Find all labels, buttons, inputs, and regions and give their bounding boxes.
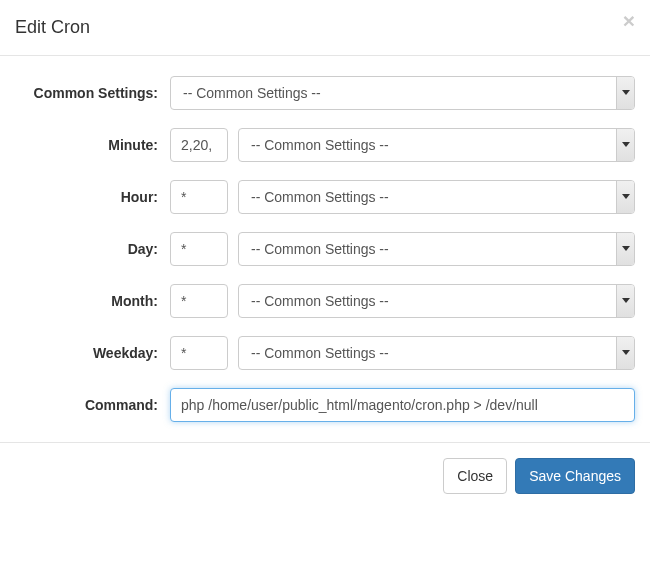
select-value: -- Common Settings -- — [251, 241, 616, 257]
label-month: Month: — [15, 293, 170, 309]
row-minute: Minute: -- Common Settings -- — [15, 128, 635, 162]
label-command: Command: — [15, 397, 170, 413]
row-weekday: Weekday: -- Common Settings -- — [15, 336, 635, 370]
row-day: Day: -- Common Settings -- — [15, 232, 635, 266]
modal-body: Common Settings: -- Common Settings -- M… — [0, 56, 650, 442]
row-common-settings: Common Settings: -- Common Settings -- — [15, 76, 635, 110]
svg-marker-1 — [622, 142, 630, 147]
chevron-down-icon — [616, 129, 634, 161]
select-value: -- Common Settings -- — [183, 85, 616, 101]
weekday-select[interactable]: -- Common Settings -- — [238, 336, 635, 370]
edit-cron-modal: Edit Cron × Common Settings: -- Common S… — [0, 0, 650, 509]
month-input[interactable] — [170, 284, 228, 318]
label-day: Day: — [15, 241, 170, 257]
svg-marker-5 — [622, 350, 630, 355]
svg-marker-4 — [622, 298, 630, 303]
chevron-down-icon — [616, 233, 634, 265]
select-value: -- Common Settings -- — [251, 137, 616, 153]
minute-input[interactable] — [170, 128, 228, 162]
close-button[interactable]: Close — [443, 458, 507, 494]
row-command: Command: — [15, 388, 635, 422]
label-minute: Minute: — [15, 137, 170, 153]
select-value: -- Common Settings -- — [251, 189, 616, 205]
select-value: -- Common Settings -- — [251, 293, 616, 309]
weekday-input[interactable] — [170, 336, 228, 370]
hour-input[interactable] — [170, 180, 228, 214]
chevron-down-icon — [616, 285, 634, 317]
select-value: -- Common Settings -- — [251, 345, 616, 361]
command-input[interactable] — [170, 388, 635, 422]
save-changes-button[interactable]: Save Changes — [515, 458, 635, 494]
label-weekday: Weekday: — [15, 345, 170, 361]
label-hour: Hour: — [15, 189, 170, 205]
row-hour: Hour: -- Common Settings -- — [15, 180, 635, 214]
label-common-settings: Common Settings: — [15, 85, 170, 101]
svg-marker-2 — [622, 194, 630, 199]
svg-marker-0 — [622, 90, 630, 95]
row-month: Month: -- Common Settings -- — [15, 284, 635, 318]
month-select[interactable]: -- Common Settings -- — [238, 284, 635, 318]
minute-select[interactable]: -- Common Settings -- — [238, 128, 635, 162]
day-select[interactable]: -- Common Settings -- — [238, 232, 635, 266]
modal-header: Edit Cron × — [0, 0, 650, 56]
common-settings-select[interactable]: -- Common Settings -- — [170, 76, 635, 110]
chevron-down-icon — [616, 181, 634, 213]
chevron-down-icon — [616, 77, 634, 109]
close-icon[interactable]: × — [623, 10, 635, 31]
modal-title: Edit Cron — [15, 15, 635, 40]
day-input[interactable] — [170, 232, 228, 266]
modal-footer: Close Save Changes — [0, 442, 650, 509]
hour-select[interactable]: -- Common Settings -- — [238, 180, 635, 214]
chevron-down-icon — [616, 337, 634, 369]
svg-marker-3 — [622, 246, 630, 251]
